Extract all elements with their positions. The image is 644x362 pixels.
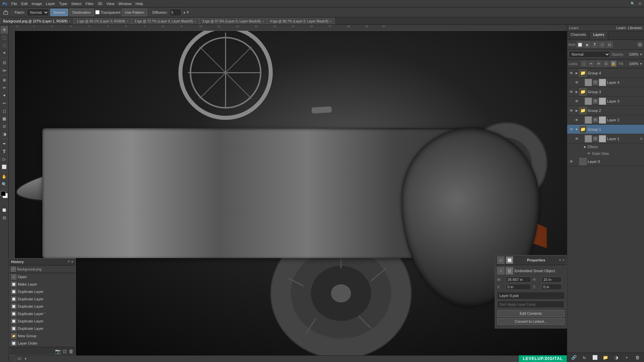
layer-row-group1[interactable]: 👁 ▼ 📁 Group 1 bbox=[567, 125, 644, 134]
visibility-group1[interactable]: 👁 bbox=[569, 127, 574, 132]
visibility-layer3[interactable]: 👁 bbox=[574, 99, 579, 104]
tab-close[interactable]: × bbox=[69, 20, 70, 23]
foreground-color[interactable] bbox=[1, 191, 6, 196]
lock-position-btn[interactable]: ✛ bbox=[596, 61, 602, 67]
chain-layer1[interactable]: ⛓ bbox=[593, 136, 598, 141]
history-item-open[interactable]: ⊡ Open bbox=[9, 273, 75, 281]
tab-3tga[interactable]: 3.tga @ 97.6% (Layer 0, Layer Mask/8) × bbox=[199, 18, 267, 24]
learn-link[interactable]: Learn bbox=[616, 26, 626, 30]
visibility-group4[interactable]: 👁 bbox=[569, 70, 574, 76]
add-fx-btn[interactable]: fx bbox=[581, 354, 588, 361]
history-item-makelayer[interactable]: ⬜ Make Layer bbox=[9, 281, 75, 288]
dodge-tool[interactable]: ◑ bbox=[1, 130, 8, 138]
properties-close[interactable]: × bbox=[562, 258, 565, 262]
tab-close[interactable]: × bbox=[126, 20, 128, 23]
diffusion-input[interactable] bbox=[170, 9, 181, 16]
hand-tool[interactable]: ✋ bbox=[1, 173, 8, 180]
filter-shape-btn[interactable]: ⬡ bbox=[599, 41, 605, 48]
history-options[interactable]: ≡ bbox=[68, 259, 70, 264]
filter-smart-btn[interactable]: ⊡ bbox=[606, 41, 613, 48]
lasso-tool[interactable]: ◌ bbox=[1, 42, 8, 49]
move-tool[interactable]: ✛ bbox=[1, 26, 8, 34]
menu-image[interactable]: Image bbox=[32, 2, 42, 6]
eyedropper-tool[interactable]: ⌲ bbox=[1, 67, 8, 74]
opacity-dropdown[interactable]: ▼ bbox=[639, 53, 643, 56]
history-item-dup4[interactable]: ⬜ Duplicate Layer ' bbox=[9, 310, 75, 317]
visibility-group2[interactable]: 👁 bbox=[569, 108, 574, 113]
healing-brush-tool[interactable]: ⊕ bbox=[1, 76, 8, 84]
visibility-layer2[interactable]: 👁 bbox=[574, 117, 579, 123]
filter-type-btn[interactable]: T bbox=[591, 41, 598, 48]
tab-background[interactable]: Background.png @ 107% (Layer 1, RGB/8) × bbox=[0, 18, 74, 24]
filter-toggle[interactable]: ⊙ bbox=[637, 42, 643, 47]
foreground-background-colors[interactable] bbox=[1, 191, 8, 198]
visibility-layer0[interactable]: 👁 bbox=[569, 159, 574, 164]
patch-tool-icon[interactable] bbox=[2, 9, 9, 16]
eraser-tool[interactable]: ◻ bbox=[1, 107, 8, 115]
destination-button[interactable]: Destination bbox=[69, 9, 94, 16]
chain-layer3[interactable]: ⛓ bbox=[593, 99, 598, 104]
blur-tool[interactable]: ⊙ bbox=[1, 123, 8, 130]
height-input[interactable] bbox=[542, 277, 562, 283]
lock-transparent-btn[interactable]: ⬚ bbox=[581, 61, 587, 67]
patch-mode-select[interactable]: Normal bbox=[27, 9, 49, 16]
quick-mask-btn[interactable]: ⬜ bbox=[1, 206, 8, 214]
tab-close[interactable]: × bbox=[330, 20, 331, 23]
visibility-layer4[interactable]: 👁 bbox=[574, 80, 579, 85]
history-item-layerorder1[interactable]: ⬜ Layer Order bbox=[9, 340, 75, 347]
history-item-dup2[interactable]: ⬜ Duplicate Layer bbox=[9, 295, 75, 303]
diffusion-stepper[interactable]: ▲▼ bbox=[183, 10, 190, 14]
history-close[interactable]: × bbox=[71, 259, 73, 264]
screen-mode-btn[interactable]: ⊟ bbox=[1, 214, 8, 222]
visibility-layer1[interactable]: 👁 bbox=[574, 136, 579, 141]
layer-row-layer3[interactable]: 👁 ⛓ Layer 3 bbox=[567, 97, 644, 106]
crop-tool[interactable]: ⊡ bbox=[1, 59, 8, 66]
visibility-group3[interactable]: 👁 bbox=[569, 89, 574, 95]
menu-window[interactable]: Window bbox=[118, 2, 131, 6]
layer-row-layer4[interactable]: 👁 ⛓ Layer 4 bbox=[567, 78, 644, 87]
layer-row-layer0[interactable]: 👁 Layer 0 bbox=[567, 157, 644, 166]
source-button[interactable]: Source bbox=[50, 9, 68, 16]
menu-edit[interactable]: Edit bbox=[21, 2, 28, 6]
tab-1tga[interactable]: 1.tga @ 66.1% (Layer 0, RGB/8) × bbox=[74, 18, 131, 24]
expand-group4[interactable]: ▶ bbox=[575, 71, 578, 75]
width-input[interactable] bbox=[506, 277, 531, 283]
opacity-input[interactable] bbox=[625, 52, 638, 56]
shape-tool[interactable]: ⬜ bbox=[1, 163, 8, 171]
gradient-tool[interactable]: ▦ bbox=[1, 115, 8, 122]
history-item-dup3[interactable]: ⬜ Duplicate Layer bbox=[9, 303, 75, 310]
comp-input[interactable] bbox=[497, 301, 565, 308]
layer-row-group2[interactable]: 👁 ▶ 📁 Group 2 bbox=[567, 106, 644, 115]
menu-layer[interactable]: Layer bbox=[46, 2, 55, 6]
libraries-link[interactable]: Libraries bbox=[628, 26, 642, 30]
path-selection-tool[interactable]: ▷ bbox=[1, 156, 8, 163]
history-new-doc-btn[interactable]: ⊡ bbox=[63, 349, 67, 354]
expand-group2[interactable]: ▶ bbox=[575, 109, 578, 112]
learn-btn[interactable]: Learn bbox=[569, 26, 579, 30]
menu-file[interactable]: File bbox=[11, 2, 17, 6]
marquee-tool[interactable]: ⬚ bbox=[1, 34, 8, 41]
layers-tab[interactable]: Layers bbox=[590, 31, 608, 40]
canvas-content[interactable]: + bbox=[15, 31, 567, 355]
new-layer-btn[interactable]: + bbox=[624, 354, 630, 361]
y-input[interactable] bbox=[542, 284, 562, 290]
history-delete-btn[interactable]: 🗑 bbox=[69, 349, 73, 354]
history-item-newgroup1[interactable]: 📁 New Group bbox=[9, 332, 75, 340]
lock-all-btn[interactable]: 🔒 bbox=[610, 61, 616, 67]
edit-contents-btn[interactable]: Edit Contents bbox=[497, 310, 565, 317]
new-adj-layer-btn[interactable]: ◑ bbox=[613, 354, 620, 361]
pen-tool[interactable]: ✒ bbox=[1, 140, 8, 147]
type-tool[interactable]: T bbox=[1, 148, 8, 155]
expand-group3[interactable]: ▶ bbox=[575, 90, 578, 94]
chain-layer4[interactable]: ⛓ bbox=[593, 80, 598, 85]
tab-close[interactable]: × bbox=[194, 20, 196, 23]
visibility-outer-glow[interactable]: 👁 bbox=[587, 151, 591, 156]
properties-options[interactable]: ≡ bbox=[559, 258, 561, 262]
tab-close[interactable]: × bbox=[262, 20, 264, 23]
stamp-tool[interactable]: ✦ bbox=[1, 92, 8, 99]
filter-adjust-btn[interactable]: ◐ bbox=[584, 41, 591, 48]
history-item-dup1[interactable]: ⬜ Duplicate Layer bbox=[9, 288, 75, 295]
channels-tab[interactable]: Channels bbox=[567, 31, 590, 40]
magic-wand-tool[interactable]: ✴ bbox=[1, 49, 8, 57]
use-pattern-button[interactable]: Use Pattern bbox=[122, 9, 147, 16]
